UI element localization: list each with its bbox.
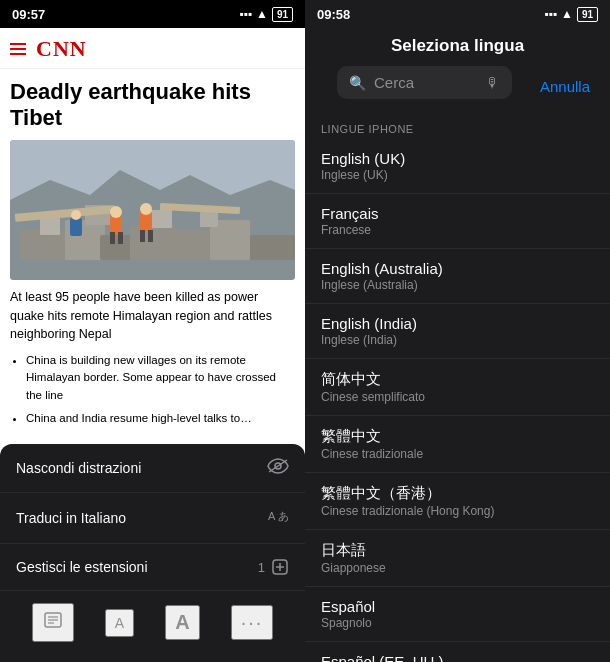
language-native: Cinese tradizionale (Hong Kong)	[321, 504, 594, 518]
translate-item[interactable]: Traduci in Italiano A あ	[0, 493, 305, 544]
cnn-logo: CNN	[36, 36, 87, 62]
language-native: Cinese semplificato	[321, 390, 594, 404]
bottom-overlay: Nascondi distrazioni Traduci in Italiano…	[0, 444, 305, 662]
status-icons-right: ▪▪▪ ▲ 91	[544, 7, 598, 22]
language-name: 繁體中文（香港）	[321, 484, 594, 503]
language-native: Inglese (UK)	[321, 168, 594, 182]
battery-icon: 91	[272, 7, 293, 22]
article-title: Deadly earthquake hits Tibet	[10, 79, 295, 132]
language-name: English (UK)	[321, 150, 594, 167]
language-name: 繁體中文	[321, 427, 594, 446]
language-item[interactable]: English (UK)Inglese (UK)	[305, 139, 610, 194]
left-panel: 09:57 ▪▪▪ ▲ 91 CNN Deadly earthquake hit…	[0, 0, 305, 662]
language-item[interactable]: English (India)Inglese (India)	[305, 304, 610, 359]
language-native: Francese	[321, 223, 594, 237]
language-item[interactable]: Español (EE. UU.)Spagnolo (USA)	[305, 642, 610, 662]
translate-icon: A あ	[267, 507, 289, 529]
language-name: 日本語	[321, 541, 594, 560]
section-label: LINGUE IPHONE	[305, 115, 610, 139]
bottom-toolbar: A A ···	[0, 591, 305, 662]
time-left: 09:57	[12, 7, 45, 22]
language-item[interactable]: 简体中文Cinese semplificato	[305, 359, 610, 416]
article-summary: At least 95 people have been killed as p…	[10, 288, 295, 344]
svg-rect-25	[10, 140, 295, 280]
manage-extensions-label: Gestisci le estensioni	[16, 559, 148, 575]
language-name: English (Australia)	[321, 260, 594, 277]
search-placeholder: Cerca	[374, 74, 478, 91]
search-row: 🔍 Cerca 🎙 Annulla	[305, 66, 610, 115]
language-name: Français	[321, 205, 594, 222]
language-name: Español (EE. UU.)	[321, 653, 594, 662]
wifi-icon: ▲	[256, 7, 268, 21]
battery-icon-right: 91	[577, 7, 598, 22]
font-small-button[interactable]: A	[105, 609, 134, 637]
svg-text:あ: あ	[278, 510, 289, 522]
reader-button[interactable]	[32, 603, 74, 642]
language-native: Inglese (India)	[321, 333, 594, 347]
language-native: Spagnolo	[321, 616, 594, 630]
language-item[interactable]: English (Australia)Inglese (Australia)	[305, 249, 610, 304]
status-bar-left: 09:57 ▪▪▪ ▲ 91	[0, 0, 305, 28]
article-image	[10, 140, 295, 280]
translate-label: Traduci in Italiano	[16, 510, 126, 526]
signal-icon-right: ▪▪▪	[544, 7, 557, 21]
signal-icon: ▪▪▪	[239, 7, 252, 21]
status-icons-left: ▪▪▪ ▲ 91	[239, 7, 293, 22]
menu-icon[interactable]	[10, 43, 26, 55]
search-icon: 🔍	[349, 75, 366, 91]
panel-title: Seleziona lingua	[391, 36, 524, 55]
hide-distractions-label: Nascondi distrazioni	[16, 460, 141, 476]
language-item[interactable]: 繁體中文（香港）Cinese tradizionale (Hong Kong)	[305, 473, 610, 530]
cnn-header: CNN	[0, 28, 305, 69]
right-panel: 09:58 ▪▪▪ ▲ 91 Seleziona lingua 🔍 Cerca …	[305, 0, 610, 662]
bullet-1: China is building new villages on its re…	[26, 352, 295, 404]
more-button[interactable]: ···	[231, 605, 274, 640]
language-item[interactable]: EspañolSpagnolo	[305, 587, 610, 642]
language-name: 简体中文	[321, 370, 594, 389]
language-item[interactable]: 繁體中文Cinese tradizionale	[305, 416, 610, 473]
hide-distractions-icon	[267, 458, 289, 478]
language-name: Español	[321, 598, 594, 615]
language-list: English (UK)Inglese (UK)FrançaisFrancese…	[305, 139, 610, 662]
status-bar-right: 09:58 ▪▪▪ ▲ 91	[305, 0, 610, 28]
manage-extensions-item[interactable]: Gestisci le estensioni 1	[0, 544, 305, 591]
language-native: Cinese tradizionale	[321, 447, 594, 461]
extensions-badge: 1	[258, 558, 289, 576]
hide-distractions-item[interactable]: Nascondi distrazioni	[0, 444, 305, 493]
microphone-icon[interactable]: 🎙	[486, 75, 500, 91]
article-bullets: China is building new villages on its re…	[10, 352, 295, 427]
language-native: Inglese (Australia)	[321, 278, 594, 292]
language-name: English (India)	[321, 315, 594, 332]
cancel-button[interactable]: Annulla	[536, 78, 594, 95]
panel-header: Seleziona lingua	[305, 28, 610, 66]
language-native: Giapponese	[321, 561, 594, 575]
font-large-button[interactable]: A	[165, 605, 199, 640]
language-item[interactable]: 日本語Giapponese	[305, 530, 610, 587]
time-right: 09:58	[317, 7, 350, 22]
bullet-2: China and India resume high-level talks …	[26, 410, 295, 427]
wifi-icon-right: ▲	[561, 7, 573, 21]
search-bar[interactable]: 🔍 Cerca 🎙	[337, 66, 512, 99]
language-item[interactable]: FrançaisFrancese	[305, 194, 610, 249]
svg-text:A: A	[268, 510, 276, 522]
